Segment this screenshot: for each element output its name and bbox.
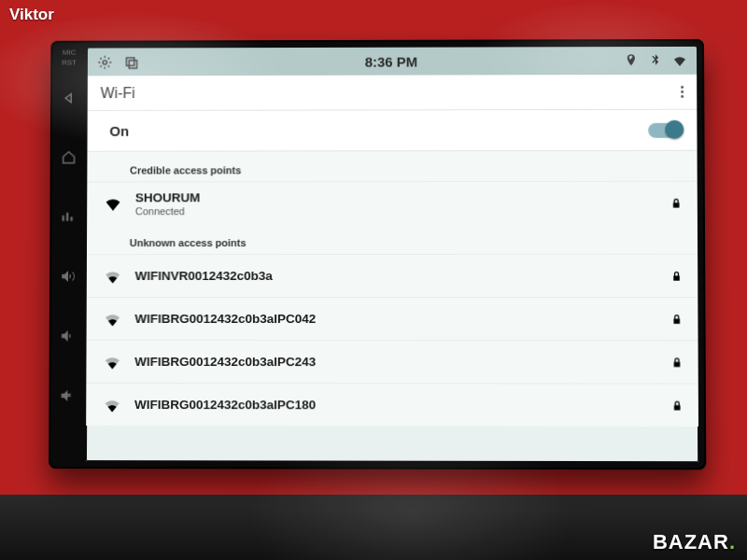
overflow-menu-button[interactable] — [681, 84, 684, 100]
wifi-master-toggle-row[interactable]: On — [87, 110, 697, 152]
network-name: WIFIBRG0012432c0b3aIPC180 — [134, 398, 658, 413]
wifi-signal-icon — [104, 309, 122, 328]
vol-up-icon — [60, 268, 77, 285]
lock-icon — [670, 197, 683, 209]
back-icon — [61, 90, 78, 106]
eq-icon — [60, 208, 77, 225]
watermark-site: BAZAR. — [653, 530, 736, 554]
network-row[interactable]: SHOURUM Connected — [87, 181, 698, 225]
network-list[interactable]: Credible access points SHOURUM Connected… — [86, 151, 698, 427]
bezel-vol-down-button[interactable] — [51, 306, 85, 366]
wifi-signal-icon — [103, 395, 121, 413]
page-title: Wi-Fi — [101, 85, 135, 102]
wifi-toggle-label: On — [109, 123, 129, 139]
title-bar: Wi-Fi — [88, 75, 698, 111]
bezel-label-mic: MIC — [63, 49, 77, 57]
network-row[interactable]: WIFIBRG0012432c0b3aIPC180 — [86, 383, 698, 427]
lock-icon — [671, 399, 684, 412]
wifi-signal-icon — [104, 267, 122, 286]
location-icon — [624, 53, 639, 68]
bezel-home-button[interactable] — [52, 128, 86, 188]
network-row[interactable]: WIFIBRG0012432c0b3aIPC243 — [86, 340, 698, 384]
headunit-device: MIC RST 8:36 PM Wi-Fi On — [49, 39, 706, 469]
lock-icon — [670, 313, 683, 325]
network-name: WIFIBRG0012432c0b3aIPC243 — [134, 355, 657, 369]
lock-icon — [670, 356, 683, 368]
lock-icon — [670, 270, 683, 282]
wifi-signal-icon — [104, 194, 122, 213]
bezel-left: MIC RST — [49, 41, 88, 469]
home-icon — [61, 149, 78, 166]
wifi-toggle-switch[interactable] — [648, 122, 682, 137]
network-status: Connected — [135, 204, 657, 216]
svg-point-5 — [103, 60, 106, 63]
bezel-label-rst: RST — [62, 59, 77, 67]
bezel-eq-button[interactable] — [51, 187, 85, 246]
bezel-mute-button[interactable] — [50, 366, 84, 426]
wifi-signal-icon — [103, 352, 121, 371]
multitask-icon[interactable] — [124, 54, 140, 70]
network-row[interactable]: WIFINVR0012432c0b3a — [87, 254, 698, 297]
section-header-credible: Credible access points — [87, 151, 697, 182]
wifi-status-icon — [672, 53, 687, 68]
screen: 8:36 PM Wi-Fi On Credible access points … — [86, 47, 698, 462]
mute-icon — [59, 387, 76, 404]
table-surface — [0, 495, 747, 560]
watermark-author: Viktor — [9, 6, 54, 24]
vol-down-icon — [60, 328, 77, 344]
bezel-back-button[interactable] — [52, 68, 86, 128]
network-name: WIFINVR0012432c0b3a — [135, 269, 657, 283]
network-name: WIFIBRG0012432c0b3aIPC042 — [134, 312, 657, 326]
status-bar: 8:36 PM — [88, 47, 697, 76]
bezel-vol-up-button[interactable] — [51, 246, 85, 306]
gear-icon[interactable] — [97, 54, 113, 70]
bluetooth-icon — [648, 53, 663, 68]
section-header-unknown: Unknown access points — [87, 224, 698, 254]
network-row[interactable]: WIFIBRG0012432c0b3aIPC042 — [87, 297, 698, 340]
network-name: SHOURUM — [135, 189, 657, 204]
status-time: 8:36 PM — [365, 53, 418, 69]
